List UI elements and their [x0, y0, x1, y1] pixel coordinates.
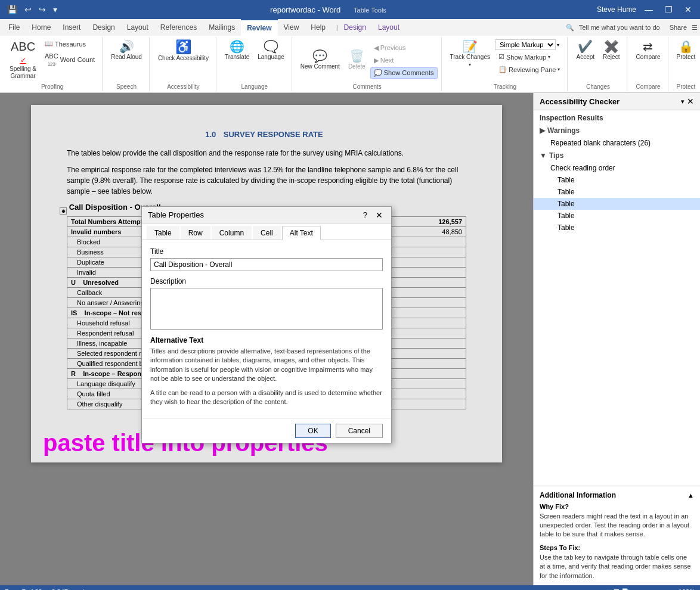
tracking-group-label: Tracking: [494, 82, 516, 90]
tab-design[interactable]: Design: [86, 19, 120, 36]
track-changes-button[interactable]: 📝 Track Changes ▾: [447, 38, 494, 70]
accessibility-icon: ♿: [175, 41, 191, 54]
cancel-button[interactable]: Cancel: [336, 424, 383, 438]
language-icon: 🗨️: [264, 41, 278, 52]
undo-button[interactable]: ↩: [22, 4, 34, 15]
title-bar-controls: Steve Hume — ❐ ✕: [597, 4, 695, 15]
thesaurus-button[interactable]: 📖 Thesaurus: [41, 38, 98, 49]
markup-dropdown-arrow: ▾: [557, 42, 559, 48]
word-count-button[interactable]: ABC123 Word Count: [41, 51, 98, 69]
panel-options-button[interactable]: ▾: [681, 97, 684, 106]
table-item-2[interactable]: Table: [534, 186, 700, 198]
language-button[interactable]: 🗨️ Language: [254, 38, 288, 63]
table-item-5[interactable]: Table: [534, 222, 700, 234]
word-count-icon: ABC123: [45, 52, 58, 67]
translate-label: Translate: [225, 54, 249, 61]
previous-icon: ◀: [374, 44, 379, 52]
show-comments-button[interactable]: 💭 Show Comments: [370, 67, 438, 79]
tips-section[interactable]: ▼ Tips: [534, 149, 700, 162]
restore-button[interactable]: ❐: [661, 4, 676, 15]
minimize-button[interactable]: —: [641, 4, 656, 15]
panel-close-button[interactable]: ✕: [687, 97, 694, 106]
dialog-overlay: Table Properties ? ✕ Table Row Column Ce…: [31, 105, 502, 462]
reject-button[interactable]: ✖️ Reject: [599, 38, 623, 63]
new-comment-button[interactable]: 💬 New Comment: [297, 48, 343, 73]
description-textarea[interactable]: [150, 288, 383, 330]
table-label-3: Table: [557, 200, 575, 208]
show-comments-label: Show Comments: [384, 69, 434, 76]
additional-info-toggle[interactable]: ▲: [687, 492, 694, 499]
show-markup-label: Show Markup: [506, 54, 546, 61]
check-accessibility-button[interactable]: ♿ Check Accessibility: [154, 38, 212, 64]
dialog-tab-alt-text[interactable]: Alt Text: [282, 226, 321, 240]
tab-references[interactable]: References: [154, 19, 203, 36]
delete-label: Delete: [348, 63, 366, 70]
dialog-tab-column[interactable]: Column: [212, 226, 252, 240]
tab-layout[interactable]: Layout: [121, 19, 154, 36]
read-aloud-button[interactable]: 🔊 Read Aloud: [107, 38, 145, 63]
panel-body: Inspection Results ▶ Warnings Repeated b…: [534, 110, 700, 486]
tab-insert[interactable]: Insert: [57, 19, 86, 36]
qat-dropdown-button[interactable]: ▾: [51, 4, 60, 15]
view-controls: ▣ ☰ 📄: [606, 588, 630, 591]
tell-me-field[interactable]: Tell me what you want to do: [579, 24, 660, 31]
reviewing-pane-button[interactable]: 📋 Reviewing Pane ▾: [495, 64, 564, 75]
changes-group: ✔️ Accept ✖️ Reject Changes: [569, 37, 627, 91]
delete-comment-button[interactable]: 🗑️ Delete: [345, 48, 369, 73]
tab-file[interactable]: File: [2, 19, 26, 36]
check-reading-order-label: Check reading order: [550, 164, 615, 172]
show-markup-button[interactable]: ☑ Show Markup ▾: [495, 51, 564, 63]
markup-select[interactable]: Simple Markup: [495, 39, 556, 50]
speech-group: 🔊 Read Aloud Speech: [104, 37, 150, 91]
tab-mailings[interactable]: Mailings: [203, 19, 241, 36]
dialog-close-button[interactable]: ✕: [373, 210, 385, 219]
compare-group: ⇄ Compare Compare: [628, 37, 668, 91]
table-label-1: Table: [557, 176, 575, 184]
dialog-title: Table Properties: [148, 210, 204, 219]
tab-help[interactable]: Help: [305, 19, 332, 36]
redo-button[interactable]: ↪: [36, 4, 48, 15]
dialog-footer: OK Cancel: [142, 418, 391, 443]
next-comment-button[interactable]: ▶ Next: [370, 55, 438, 66]
tab-table-design[interactable]: Design: [338, 19, 372, 36]
word-count-label: Word Count: [60, 56, 95, 63]
tab-home[interactable]: Home: [26, 19, 57, 36]
table-item-1[interactable]: Table: [534, 174, 700, 186]
repeated-blank-item[interactable]: Repeated blank characters (26): [534, 137, 700, 149]
table-item-3[interactable]: Table: [534, 198, 700, 210]
protect-group: 🔒 Protect Protect: [670, 37, 700, 91]
document-area: 1.0 SURVEY RESPONSE RATE The tables belo…: [0, 93, 533, 585]
ok-button[interactable]: OK: [295, 424, 330, 438]
dialog-tab-cell[interactable]: Cell: [253, 226, 281, 240]
accept-button[interactable]: ✔️ Accept: [572, 38, 598, 63]
description-field-label: Description: [150, 277, 383, 285]
reviewing-pane-label: Reviewing Pane: [509, 66, 556, 73]
spelling-grammar-button[interactable]: ABC✓ Spelling &Grammar: [6, 38, 40, 82]
dialog-tab-table[interactable]: Table: [147, 226, 179, 240]
check-reading-order-item[interactable]: Check reading order: [534, 162, 700, 174]
previous-comment-button[interactable]: ◀ Previous: [370, 42, 438, 54]
compare-label: Compare: [636, 54, 660, 61]
table-item-4[interactable]: Table: [534, 210, 700, 222]
accessibility-checker-panel: Accessibility Checker ▾ ✕ Inspection Res…: [533, 93, 700, 585]
tips-expand-icon: ▼: [540, 151, 547, 160]
dialog-help-button[interactable]: ?: [361, 210, 370, 219]
tab-review[interactable]: Review: [241, 19, 277, 36]
close-button[interactable]: ✕: [681, 4, 695, 15]
protect-button[interactable]: 🔒 Protect: [673, 38, 699, 63]
title-input[interactable]: [150, 258, 383, 271]
warnings-section[interactable]: ▶ Warnings: [534, 124, 700, 137]
compare-button[interactable]: ⇄ Compare: [632, 38, 664, 63]
why-fix-text: Screen readers might read the text in a …: [540, 512, 694, 539]
share-button[interactable]: Share: [670, 24, 687, 31]
save-button[interactable]: 💾: [5, 4, 20, 15]
translate-button[interactable]: 🌐 Translate: [221, 38, 253, 63]
dialog-tab-row[interactable]: Row: [181, 226, 210, 240]
proofing-buttons: ABC✓ Spelling &Grammar 📖 Thesaurus ABC12…: [6, 38, 98, 82]
additional-information-section: Additional Information ▲ Why Fix? Screen…: [534, 486, 700, 585]
tab-view[interactable]: View: [278, 19, 305, 36]
proofing-group: ABC✓ Spelling &Grammar 📖 Thesaurus ABC12…: [2, 37, 103, 91]
window-title: reportwordac - Word Table Tools: [60, 5, 597, 14]
dialog-titlebar: Table Properties ? ✕: [142, 207, 391, 223]
tab-table-layout[interactable]: Layout: [372, 19, 405, 36]
